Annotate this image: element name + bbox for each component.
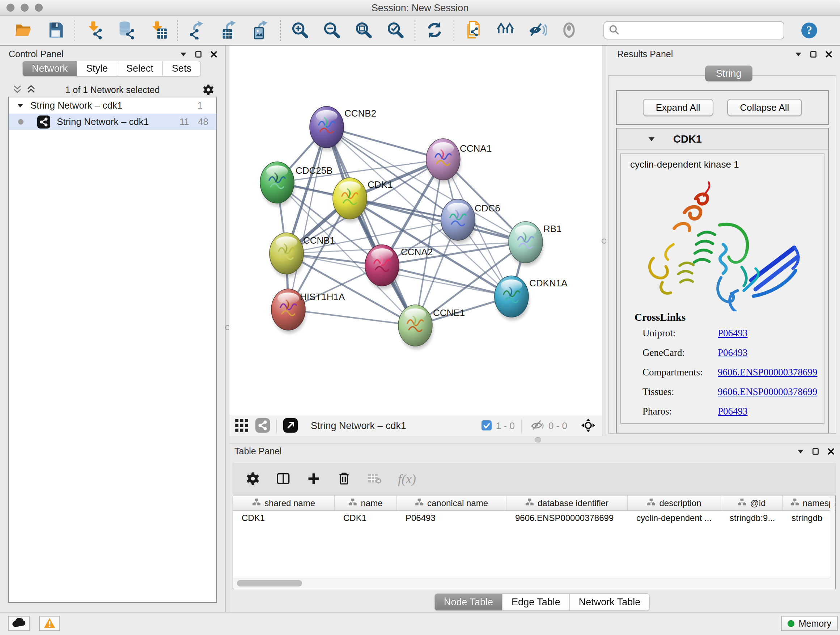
memory-button[interactable]: Memory xyxy=(781,616,838,631)
network-graph[interactable]: CCNB2CCNA1CDC25BCDK1CDC6RB1CCNB1CCNA2CDK… xyxy=(229,46,602,416)
show-all-button[interactable] xyxy=(559,20,579,41)
network-canvas[interactable]: CCNB2CCNA1CDC25BCDK1CDC6RB1CCNB1CCNA2CDK… xyxy=(229,46,602,416)
collapse-all-button[interactable]: Collapse All xyxy=(727,99,802,116)
import-database-button[interactable] xyxy=(116,20,136,41)
function-builder-button[interactable]: f(x) xyxy=(398,471,416,486)
network-item-row[interactable]: String Network – cdk1 11 48 xyxy=(9,114,216,130)
collection-caret-icon[interactable] xyxy=(17,102,24,109)
tab-node-table[interactable]: Node Table xyxy=(434,593,502,611)
crosslink-link[interactable]: P06493 xyxy=(718,406,748,417)
column-header-shared-name[interactable]: shared name xyxy=(233,496,335,510)
zoom-selected-button[interactable] xyxy=(385,20,406,41)
zoom-out-button[interactable] xyxy=(322,20,342,41)
panel-menu-button[interactable] xyxy=(180,50,187,58)
crosslinks-section: CrossLinks Uniprot:P06493GeneCard:P06493… xyxy=(635,311,824,421)
hide-selected-button[interactable] xyxy=(527,20,547,41)
hidden-eye-slash-icon xyxy=(531,418,544,434)
search-input[interactable] xyxy=(620,23,780,38)
crosslink-row: Compartments:9606.ENSP00000378699 xyxy=(635,363,824,382)
tab-sets[interactable]: Sets xyxy=(163,61,201,76)
network-node-CDC25B[interactable] xyxy=(260,162,294,206)
show-columns-button[interactable] xyxy=(276,472,290,486)
export-table-button[interactable] xyxy=(219,20,239,41)
network-node-CCNB1[interactable] xyxy=(270,233,304,277)
expand-all-button[interactable]: Expand All xyxy=(643,99,714,116)
network-options-gear-button[interactable] xyxy=(202,84,214,97)
tab-network[interactable]: Network xyxy=(22,61,77,76)
panel-menu-button[interactable] xyxy=(797,448,805,455)
search-field xyxy=(603,21,784,40)
horizontal-splitter-handle[interactable] xyxy=(535,437,541,442)
left-splitter[interactable] xyxy=(225,46,229,612)
grid-view-button[interactable] xyxy=(234,418,248,434)
crosslink-row: Pharos:P06493 xyxy=(635,402,824,421)
node-label-CCNA2: CCNA2 xyxy=(401,247,433,257)
crosslink-link[interactable]: P06493 xyxy=(718,328,748,339)
help-button[interactable]: ? xyxy=(800,21,818,40)
float-panel-button[interactable] xyxy=(810,50,818,58)
tab-edge-table[interactable]: Edge Table xyxy=(502,593,570,611)
zoom-selected-icon xyxy=(386,21,405,41)
close-panel-button[interactable] xyxy=(827,448,835,455)
network-node-CDKN1A[interactable] xyxy=(494,276,529,320)
column-header-@id[interactable]: @id xyxy=(721,496,783,510)
first-neighbors-button[interactable] xyxy=(495,20,515,41)
column-header-database-identifier[interactable]: database identifier xyxy=(507,496,628,510)
scrollbar-thumb[interactable] xyxy=(237,580,302,586)
table-options-gear-button[interactable] xyxy=(246,472,260,486)
column-header-namespac[interactable]: namespac xyxy=(783,496,836,510)
table-cell: P06493 xyxy=(397,513,507,523)
delete-column-button[interactable] xyxy=(337,472,351,486)
float-panel-button[interactable] xyxy=(812,448,820,455)
network-node-CCNE1[interactable] xyxy=(398,305,433,349)
crosslink-link[interactable]: 9606.ENSP00000378699 xyxy=(718,367,817,378)
column-header-name[interactable]: name xyxy=(335,496,397,510)
tab-style[interactable]: Style xyxy=(77,61,117,76)
cloud-status-button[interactable] xyxy=(8,616,30,631)
network-badge-icon[interactable] xyxy=(256,418,270,434)
network-node-CCNA1[interactable] xyxy=(426,139,461,183)
export-image-button[interactable] xyxy=(251,20,271,41)
column-label: @id xyxy=(750,498,766,508)
selected-checkbox-icon[interactable] xyxy=(482,420,492,432)
network-node-CCNA2[interactable] xyxy=(365,245,399,289)
save-button[interactable] xyxy=(45,20,65,41)
table-row[interactable]: CDK1CDK1P064939606.ENSP00000378699cyclin… xyxy=(233,511,835,525)
node-details-header[interactable]: CDK1 xyxy=(617,128,828,150)
column-header-canonical-name[interactable]: canonical name xyxy=(397,496,507,510)
tab-network-table[interactable]: Network Table xyxy=(570,593,650,611)
node-table: shared namenamecanonical namedatabase id… xyxy=(233,496,836,589)
table-horizontal-scrollbar[interactable] xyxy=(233,578,830,588)
refresh-button[interactable] xyxy=(424,20,445,41)
add-column-button[interactable] xyxy=(307,472,321,486)
right-splitter[interactable] xyxy=(602,46,606,436)
tab-string[interactable]: String xyxy=(705,65,752,81)
float-panel-button[interactable] xyxy=(195,50,202,58)
right-splitter-handle[interactable] xyxy=(602,239,607,244)
table-vertical-scrollbar[interactable] xyxy=(830,496,835,588)
zoom-fit-button[interactable] xyxy=(354,20,374,41)
zoom-in-button[interactable] xyxy=(290,20,310,41)
export-network-button[interactable] xyxy=(187,20,207,41)
crosslink-link[interactable]: P06493 xyxy=(718,347,748,358)
crosslink-link[interactable]: 9606.ENSP00000378699 xyxy=(718,386,817,397)
collapse-caret-icon[interactable] xyxy=(647,135,656,143)
network-collection-row[interactable]: String Network – cdk1 1 xyxy=(9,97,216,114)
import-network-button[interactable] xyxy=(84,20,104,41)
network-node-CDK1[interactable] xyxy=(333,178,367,222)
close-panel-button[interactable] xyxy=(210,50,218,58)
zoom-out-icon xyxy=(322,21,341,41)
folder-open-button[interactable] xyxy=(13,20,34,41)
column-header-description[interactable]: description xyxy=(628,496,721,510)
detach-view-button[interactable] xyxy=(283,418,298,434)
horizontal-splitter[interactable] xyxy=(229,436,840,443)
warnings-button[interactable] xyxy=(39,616,60,631)
network-node-CCNB2[interactable] xyxy=(309,106,344,150)
network-node-RB1[interactable] xyxy=(508,222,543,266)
birdseye-navigator-button[interactable] xyxy=(581,418,595,434)
tab-select[interactable]: Select xyxy=(117,61,163,76)
string-document-button[interactable] xyxy=(463,20,484,41)
close-panel-button[interactable] xyxy=(825,50,833,58)
import-table-button[interactable] xyxy=(148,20,168,41)
panel-menu-button[interactable] xyxy=(794,50,802,58)
